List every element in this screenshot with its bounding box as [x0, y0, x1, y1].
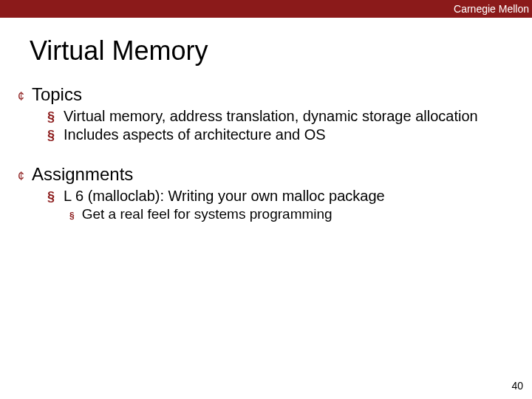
list-item-text: Includes aspects of architecture and OS	[64, 126, 326, 143]
section-heading-text: Topics	[32, 84, 82, 105]
list-item-text: L 6 (malloclab): Writing your own malloc…	[64, 188, 385, 205]
page-number: 40	[511, 380, 523, 392]
section-heading: ¢ Topics	[15, 84, 532, 105]
institution-label: Carnegie Mellon	[454, 3, 529, 15]
section-heading-text: Assignments	[32, 164, 133, 185]
sub-bullet-list: § Get a real feel for systems programmin…	[69, 206, 532, 222]
square-bullet-icon: §	[47, 190, 55, 203]
header-bar: Carnegie Mellon	[0, 0, 532, 18]
bullet-list: § Virtual memory, address translation, d…	[47, 108, 532, 143]
slide-title: Virtual Memory	[30, 35, 532, 66]
section-heading: ¢ Assignments	[15, 164, 532, 185]
sub-list-item: § Get a real feel for systems programmin…	[69, 206, 532, 222]
circle-bullet-icon: ¢	[18, 90, 24, 103]
sub-list-item-text: Get a real feel for systems programming	[82, 206, 332, 222]
list-item: § Includes aspects of architecture and O…	[47, 126, 532, 143]
square-bullet-icon: §	[47, 129, 55, 142]
list-item: § L 6 (malloclab): Writing your own mall…	[47, 188, 532, 205]
list-item: § Virtual memory, address translation, d…	[47, 108, 532, 125]
slide-content: ¢ Topics § Virtual memory, address trans…	[0, 84, 532, 222]
square-bullet-icon: §	[47, 110, 55, 123]
small-square-bullet-icon: §	[69, 211, 75, 221]
circle-bullet-icon: ¢	[18, 170, 24, 183]
list-item-text: Virtual memory, address translation, dyn…	[64, 108, 478, 125]
bullet-list: § L 6 (malloclab): Writing your own mall…	[47, 188, 532, 222]
